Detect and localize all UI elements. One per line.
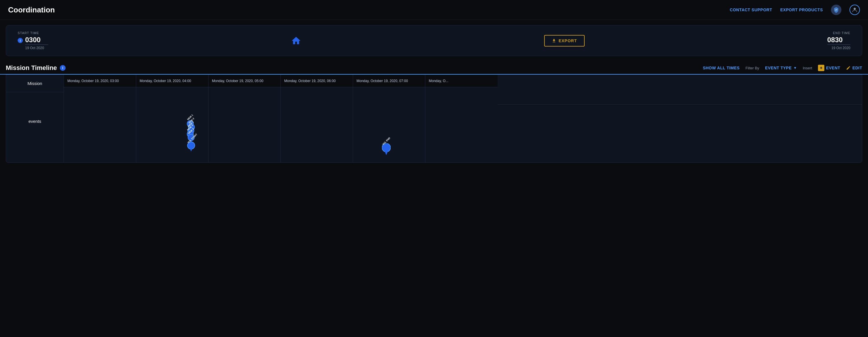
timeline-title: Mission Timeline bbox=[6, 64, 57, 72]
start-info-icon[interactable]: i bbox=[18, 38, 23, 43]
add-event-label: EVENT bbox=[826, 66, 840, 70]
col-header-2: Monday, October 19, 2020, 05:00 bbox=[209, 75, 281, 87]
app-header: Coordination CONTACT SUPPORT EXPORT PROD… bbox=[0, 0, 868, 20]
events-col-4: VUL END bbox=[353, 105, 425, 162]
shield-icon bbox=[833, 7, 839, 13]
events-col-2 bbox=[209, 105, 281, 162]
edit-button[interactable]: EDIT bbox=[846, 66, 862, 70]
events-col-3 bbox=[281, 105, 353, 162]
end-date: 19 Oct 2020 bbox=[832, 46, 850, 50]
user-icon bbox=[851, 7, 858, 13]
timeline-title-row: Mission Timeline i bbox=[6, 64, 66, 72]
timeline-scroll[interactable]: Monday, October 19, 2020, 03:00 Monday, … bbox=[64, 75, 862, 162]
mission-col-2 bbox=[209, 87, 281, 105]
user-avatar[interactable] bbox=[849, 5, 860, 15]
add-event-button[interactable]: + EVENT bbox=[818, 65, 840, 71]
end-time-block: END TIME 0830 19 Oct 2020 bbox=[827, 31, 850, 50]
event-pin-vul-start[interactable]: VUL START bbox=[187, 141, 195, 154]
home-button[interactable] bbox=[291, 36, 301, 46]
svg-point-0 bbox=[854, 8, 856, 10]
mission-row-label: Mission bbox=[6, 75, 64, 92]
col-header-5: Monday, O... bbox=[425, 75, 498, 87]
svg-marker-12 bbox=[190, 148, 192, 152]
mission-col-5 bbox=[425, 87, 498, 105]
header-actions: CONTACT SUPPORT EXPORT PRODUCTS bbox=[730, 5, 860, 15]
event-pin-vul-end[interactable]: VUL END bbox=[382, 143, 391, 157]
start-time-value[interactable]: 0300 bbox=[25, 36, 48, 45]
export-products-link[interactable]: EXPORT PRODUCTS bbox=[780, 7, 823, 12]
mission-col-3 bbox=[281, 87, 353, 105]
col-header-0: Monday, October 19, 2020, 03:00 bbox=[64, 75, 136, 87]
plus-icon: + bbox=[818, 65, 824, 71]
events-row-label: events bbox=[6, 92, 64, 150]
app-title: Coordination bbox=[8, 5, 55, 14]
end-time-label: END TIME bbox=[833, 31, 850, 35]
mission-content-row bbox=[64, 87, 862, 105]
svg-marker-14 bbox=[384, 151, 388, 155]
events-content-row: NEW 1 NEW 2 bbox=[64, 105, 862, 162]
col-header-4: Monday, October 19, 2020, 07:00 bbox=[353, 75, 425, 87]
filter-by-label: Filter By bbox=[745, 66, 759, 70]
end-time-row: 0830 bbox=[827, 36, 850, 45]
export-btn-label: EXPORT bbox=[559, 38, 577, 43]
start-time-row: i 0300 bbox=[18, 36, 48, 45]
mission-col-0 bbox=[64, 87, 136, 105]
show-all-times-button[interactable]: SHOW ALL TIMES bbox=[703, 66, 740, 70]
export-button[interactable]: EXPORT bbox=[544, 35, 585, 46]
pin-cluster-col1: NEW 1 NEW 2 bbox=[187, 107, 201, 160]
pencil-icon bbox=[846, 66, 851, 70]
left-labels: Mission events bbox=[6, 75, 64, 162]
edit-label: EDIT bbox=[852, 66, 862, 70]
end-time-value[interactable]: 0830 bbox=[827, 36, 850, 45]
events-col-1: NEW 1 NEW 2 bbox=[136, 105, 209, 162]
timeline-container: Mission events Monday, October 19, 2020,… bbox=[6, 74, 862, 163]
events-col-5 bbox=[425, 105, 498, 162]
mission-col-4 bbox=[353, 87, 425, 105]
time-panel: START TIME i 0300 19 Oct 2020 EXPORT END… bbox=[6, 25, 862, 56]
start-time-label: START TIME bbox=[18, 31, 39, 35]
home-icon bbox=[291, 36, 301, 46]
insert-label: Insert bbox=[803, 66, 812, 70]
timeline-wrapper: Mission events Monday, October 19, 2020,… bbox=[6, 75, 862, 162]
event-type-filter-button[interactable]: EVENT TYPE ▼ bbox=[765, 66, 797, 70]
columns-header-row: Monday, October 19, 2020, 03:00 Monday, … bbox=[64, 75, 862, 87]
timeline-controls: SHOW ALL TIMES Filter By EVENT TYPE ▼ In… bbox=[703, 65, 862, 71]
timeline-info-icon[interactable]: i bbox=[60, 65, 66, 71]
timeline-section-header: Mission Timeline i SHOW ALL TIMES Filter… bbox=[0, 61, 868, 74]
mission-col-1 bbox=[136, 87, 209, 105]
col-header-1: Monday, October 19, 2020, 04:00 bbox=[136, 75, 209, 87]
events-col-0 bbox=[64, 105, 136, 162]
export-icon bbox=[552, 38, 556, 43]
chevron-down-icon: ▼ bbox=[794, 66, 797, 70]
start-date: 19 Oct 2020 bbox=[25, 46, 44, 50]
event-type-label: EVENT TYPE bbox=[765, 66, 792, 70]
start-time-block: START TIME i 0300 19 Oct 2020 bbox=[18, 31, 48, 50]
shield-badge[interactable] bbox=[831, 5, 841, 15]
contact-support-link[interactable]: CONTACT SUPPORT bbox=[730, 7, 772, 12]
col-header-3: Monday, October 19, 2020, 06:00 bbox=[281, 75, 353, 87]
